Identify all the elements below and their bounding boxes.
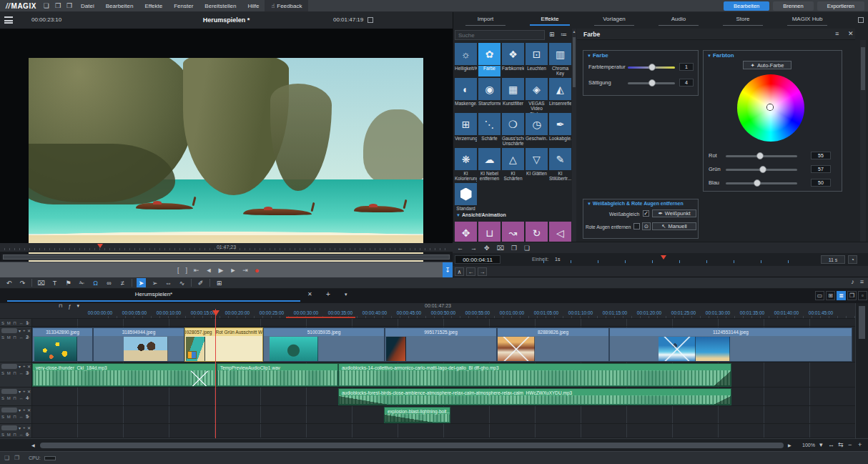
weissabgleich-checkbox[interactable]: ✓: [643, 210, 649, 217]
effect-tile-ki-schärfen[interactable]: △KI Schärfen: [502, 148, 524, 182]
effect-tile-ki-glätten[interactable]: ▽KI Glätten: [526, 148, 548, 182]
view-tile-orientierung-[interactable]: ↻Orientierung/...: [526, 222, 548, 242]
effect-tile-standard[interactable]: Standard: [455, 183, 477, 217]
track-mini-close-icon[interactable]: ✕: [27, 364, 31, 369]
tab-magix-hub[interactable]: MAGIX Hub: [787, 16, 827, 26]
title-editor-button[interactable]: T: [50, 278, 59, 287]
video-clip[interactable]: 82889826.jpeg: [497, 327, 609, 362]
audio-clip[interactable]: audioblocks-14-collettivo-armonico-carlo…: [338, 363, 731, 387]
zoom-out-icon[interactable]: −: [848, 441, 852, 448]
timeline-ruler[interactable]: 00:00:00:0000:00:05:0000:00:10:0000:00:1…: [0, 309, 855, 319]
mixer-icon[interactable]: ≡: [860, 278, 864, 285]
panel-menu-icon[interactable]: ≡: [835, 30, 839, 37]
menu-item-bereitstellen[interactable]: Bereitstellen: [199, 0, 242, 11]
mouse-mode-all-button[interactable]: ➤: [137, 278, 146, 287]
download-button[interactable]: ↧: [443, 262, 453, 278]
effect-tile-farbkorrek-[interactable]: ❖Farbkorrek...: [502, 43, 524, 76]
effect-tile-farbe[interactable]: ✿Farbe: [478, 43, 500, 76]
video-clip[interactable]: 318594944.jpeg: [93, 327, 184, 362]
horizontal-scrollbar[interactable]: [40, 443, 784, 448]
tab-audio[interactable]: Audio: [659, 16, 699, 26]
audio-clip[interactable]: audioblocks-forest-birds-close-ambience-…: [338, 388, 731, 405]
save-project-icon[interactable]: ❐: [64, 2, 75, 9]
status-grid-icon[interactable]: ❏: [4, 455, 9, 461]
search-input[interactable]: [455, 30, 545, 40]
effect-next-icon[interactable]: →: [470, 245, 477, 252]
video-clip[interactable]: 510035935.jpeg: [263, 327, 385, 362]
farbe-group-title[interactable]: ▼Farbe: [587, 52, 608, 59]
menu-item-datei[interactable]: Datei: [75, 0, 100, 11]
effect-tile-stanzformen[interactable]: ◉Stanzformen: [478, 78, 500, 112]
track-mini-close-icon[interactable]: ✕: [27, 328, 31, 333]
rot-slider-thumb[interactable]: [756, 152, 764, 159]
mouse-mode-stretch-button[interactable]: ⇔: [164, 278, 173, 287]
effect-tile-ki-nebel-entfernen[interactable]: ☁KI Nebel entfernen: [478, 148, 500, 182]
tab-dropdown-icon[interactable]: ▾: [345, 292, 347, 297]
track-mini-close-icon[interactable]: ✕: [27, 425, 31, 430]
brennen-mode-button[interactable]: Brennen: [773, 1, 813, 11]
play-button[interactable]: ▶: [219, 267, 224, 274]
view-multicam-button[interactable]: ❐: [847, 291, 857, 300]
manuell-button[interactable]: ↖Manuell: [652, 222, 696, 230]
zoom-dropdown-icon[interactable]: ▾: [819, 441, 823, 448]
view-monitor-button[interactable]: ▭: [815, 291, 824, 300]
effect-tile-leuchten[interactable]: ⊡Leuchten: [526, 43, 548, 76]
video-clip[interactable]: 1124553144.jpeg: [609, 327, 852, 362]
range-in-button[interactable]: [: [177, 267, 179, 274]
split-button[interactable]: ✁: [77, 278, 87, 287]
panel-options-icon[interactable]: [858, 17, 864, 23]
menu-item-hilfe[interactable]: Hilfe: [242, 0, 265, 11]
grid-view-icon[interactable]: ⊞: [549, 31, 555, 38]
track-mini-add-icon[interactable]: +: [23, 408, 26, 412]
exportieren-mode-button[interactable]: Exportieren: [817, 1, 864, 11]
playhead-marker[interactable]: [212, 310, 220, 320]
menu-item-fenster[interactable]: Fenster: [168, 0, 199, 11]
effect-ruler-marker[interactable]: [661, 255, 666, 262]
effect-tile-chroma-key[interactable]: ▥Chroma Key: [549, 43, 571, 76]
jump-start-button[interactable]: ⇤: [194, 267, 199, 274]
track-mini-dropdown-icon[interactable]: ▾: [19, 328, 21, 333]
preview-ruler[interactable]: 01:47:23: [0, 243, 453, 252]
tab-store[interactable]: Store: [723, 16, 763, 26]
effects-scrollbar[interactable]: ▲: [572, 29, 576, 242]
farbtemperatur-slider-track[interactable]: [628, 66, 675, 69]
video-clip[interactable]: 313342890.jpeg: [32, 327, 93, 362]
open-project-icon[interactable]: ❒: [52, 2, 64, 9]
track-mini-dropdown-icon[interactable]: ▾: [19, 389, 21, 394]
track-mini-dropdown-icon[interactable]: ▾: [19, 408, 21, 413]
tab-close-icon[interactable]: ✕: [307, 291, 312, 297]
video-clip[interactable]: 995171525.jpeg: [385, 327, 497, 362]
effect-tile-vegas-video-stab-[interactable]: ◈VEGAS Video Stab...: [526, 78, 548, 117]
wb-group-title[interactable]: ▼Weißabgleich & Rote Augen entfernen: [587, 201, 684, 206]
effect-timecode[interactable]: 00:00:04:11: [455, 255, 500, 264]
group-button[interactable]: ∞: [104, 278, 114, 287]
effect-tile-lookabgle-[interactable]: ✒Lookabgle...: [549, 113, 571, 147]
rot-slider-track[interactable]: [726, 155, 797, 157]
keyframe-toggle-icon[interactable]: ⊓: [59, 303, 62, 309]
effect-tile-geschwin-[interactable]: ◷Geschwin...: [526, 113, 548, 147]
blau-slider-thumb[interactable]: [754, 179, 761, 187]
effect-copy-icon[interactable]: ❐: [511, 245, 517, 252]
track-mini-add-icon[interactable]: +: [23, 328, 26, 332]
timeline-vertical-scrollbar[interactable]: [855, 303, 868, 438]
bearbeiten-mode-button[interactable]: Bearbeiten: [724, 1, 769, 11]
view-tile-größe-[interactable]: ✥Größe/...: [455, 222, 477, 242]
saettigung-slider-track[interactable]: [628, 82, 675, 84]
jump-end-button[interactable]: ⇥: [242, 267, 248, 274]
clip-next-button[interactable]: →: [478, 267, 487, 276]
record-button[interactable]: ●: [255, 266, 260, 275]
gruen-slider-thumb[interactable]: [759, 166, 766, 173]
scroll-left-icon[interactable]: ◀: [31, 443, 35, 448]
audio-clip[interactable]: very-close-thunder_CkI_184d.mp3: [32, 363, 217, 387]
status-layout-icon[interactable]: ❐: [14, 455, 19, 461]
playhead-line[interactable]: [215, 309, 216, 438]
effect-mini-ruler[interactable]: [543, 260, 815, 263]
effect-tile-ki-kolorierung[interactable]: ❋KI Kolorierung: [455, 148, 477, 182]
prev-frame-button[interactable]: ◄: [206, 267, 212, 274]
feedback-menu[interactable]: ☝Feedback: [265, 0, 308, 11]
color-wheel-selector[interactable]: [767, 104, 773, 110]
view-tile-tile4[interactable]: ◁: [549, 222, 571, 242]
effect-paste-icon[interactable]: ❏: [524, 245, 530, 252]
track-mini-dropdown-icon[interactable]: ▾: [19, 425, 21, 430]
track-mini-add-icon[interactable]: +: [23, 389, 26, 393]
